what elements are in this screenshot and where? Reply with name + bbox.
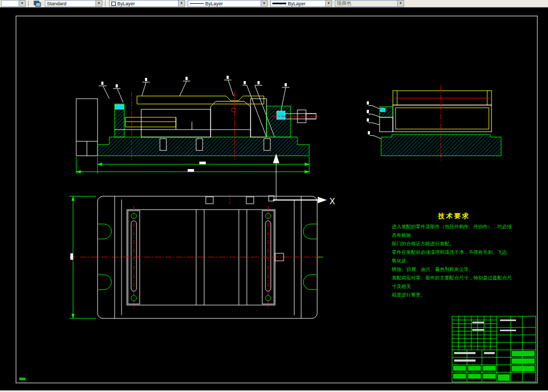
dim-text [188, 169, 194, 172]
tech-req-line: 精度进行复查。 [392, 291, 515, 299]
ucs-icon[interactable]: X [269, 196, 335, 206]
title-block-text-marks [454, 319, 516, 362]
plotstyle-combo[interactable]: 随颜色 ▼ [335, 0, 404, 7]
linetype-sample [190, 3, 204, 4]
tech-req-line: 锈蚀、切屑、油污、着色剂和灰尘等。 [392, 265, 515, 274]
frame-corner-note [19, 378, 26, 380]
highlighted-insert[interactable] [115, 105, 124, 109]
linetype-combo[interactable]: ByLayer ▼ [188, 0, 268, 7]
balloon-numbers [367, 101, 370, 134]
dim-text [70, 253, 73, 260]
dim-text [199, 162, 206, 164]
color-combo[interactable]: ByLayer ▼ [109, 0, 185, 7]
properties-toolbar: ▼ Standard ▼ ByLayer ▼ ByLayer ▼ ByLayer [0, 0, 548, 7]
chevron-down-icon[interactable]: ▼ [397, 1, 404, 6]
chevron-down-icon[interactable]: ▼ [95, 1, 102, 6]
pin-hole[interactable] [231, 108, 236, 112]
text-style-combo[interactable]: Standard ▼ [45, 0, 102, 7]
chevron-down-icon[interactable]: ▼ [261, 1, 267, 6]
lineweight-value: ByLayer [288, 1, 305, 6]
base-plate-section[interactable] [381, 134, 501, 156]
technical-requirements[interactable]: 技术要求 进入装配的零件及部件（包括外购件、外协件），均必须具有检验 部门的合格… [392, 212, 515, 299]
layers-icon-glyph [34, 1, 41, 7]
balloon-numbers [101, 76, 287, 87]
toolbar-separator [105, 1, 107, 7]
tech-req-line: 零件在装配前必须清理和清洗干净，不得有毛刺、飞边、氧化皮、 [392, 248, 515, 265]
tech-req-line: 进入装配的零件及部件（包括外购件、外协件），均必须具有检验 [392, 222, 515, 239]
base-plate-section[interactable] [98, 137, 309, 156]
highlighted-insert[interactable] [380, 108, 385, 112]
tech-req-line: 装配前应对零、部件的主要配合尺寸，特别是过盈配合尺寸及相关 [392, 274, 515, 291]
lineweight-combo[interactable]: ByLayer ▼ [270, 0, 332, 7]
chevron-down-icon[interactable]: ▼ [325, 1, 332, 6]
lineweight-sample [272, 3, 286, 4]
plan-view[interactable] [69, 195, 323, 318]
chevron-down-icon[interactable]: ▼ [178, 1, 184, 6]
model-space-canvas[interactable]: X [0, 7, 548, 390]
side-view[interactable] [367, 85, 501, 161]
highlighted-screw-nut[interactable] [277, 111, 285, 119]
drawing-svg[interactable]: X [0, 7, 548, 390]
color-value: ByLayer [117, 1, 135, 6]
tech-req-line: 部门的合格证方能进行装配。 [392, 239, 515, 248]
chevron-down-icon[interactable]: ▼ [19, 1, 25, 6]
linetype-value: ByLayer [205, 1, 223, 6]
front-view[interactable] [76, 76, 320, 174]
left-partial-combo[interactable]: ▼ [1, 0, 26, 7]
title-block[interactable] [452, 316, 536, 382]
toolbar-separator [28, 1, 30, 7]
text-style-value: Standard [47, 1, 67, 6]
ucs-x-label: X [329, 197, 335, 206]
plotstyle-value: 随颜色 [337, 0, 351, 7]
section-arrow[interactable] [273, 154, 279, 200]
color-swatch [111, 2, 116, 6]
cad-application: ▼ Standard ▼ ByLayer ▼ ByLayer ▼ ByLayer [0, 0, 548, 392]
layers-icon[interactable] [33, 0, 42, 7]
technical-requirements-title: 技术要求 [414, 212, 494, 220]
